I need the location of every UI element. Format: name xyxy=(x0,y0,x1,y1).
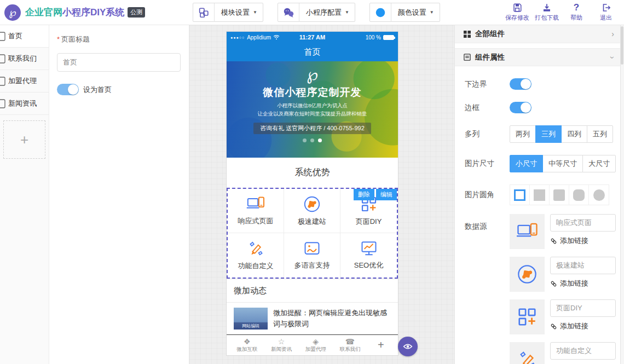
radius-option-rounded[interactable] xyxy=(550,185,569,205)
advantage-item-multilang[interactable]: 多语言支持 xyxy=(284,233,340,278)
carousel-dot[interactable] xyxy=(303,138,307,142)
responsive-icon xyxy=(510,214,545,249)
bottom-border-toggle[interactable] xyxy=(510,78,531,90)
add-page-button[interactable]: + xyxy=(3,120,45,159)
preview-eye-button[interactable] xyxy=(398,337,418,356)
sidebar-item-home[interactable]: 首页 xyxy=(0,25,49,48)
tab-add-button[interactable]: + xyxy=(367,339,395,351)
data-source-label: 数据源 xyxy=(465,222,510,364)
columns-option-5[interactable]: 五列 xyxy=(587,125,613,143)
add-link-label: 添加链接 xyxy=(560,321,588,331)
add-link-button[interactable]: 添加链接 xyxy=(550,279,616,288)
inspector-panel: 全部组件 › 组件属性 › 下边界 边框 多列 两列 xyxy=(454,25,624,364)
radius-option-sharp[interactable] xyxy=(530,185,550,205)
help-icon: ? xyxy=(574,3,579,13)
module-settings-button[interactable]: 模块设置 ▼ xyxy=(193,3,263,22)
image-size-large[interactable]: 大尺寸 xyxy=(582,155,616,172)
add-link-button[interactable]: 添加链接 xyxy=(550,321,616,331)
tab-weijia[interactable]: ❖ 微加互联 xyxy=(230,337,264,353)
carousel-dot[interactable] xyxy=(310,138,314,142)
link-icon xyxy=(550,238,557,245)
page-icon xyxy=(0,99,5,108)
tab-news[interactable]: ☆ 新闻资讯 xyxy=(264,337,299,353)
border-toggle[interactable] xyxy=(510,102,531,113)
help-label: 帮助 xyxy=(570,14,582,22)
image-size-segmented-control: 小尺寸 中等尺寸 大尺寸 xyxy=(510,155,616,172)
sidebar-item-contact[interactable]: 联系我们 xyxy=(0,48,49,70)
color-circle-icon xyxy=(370,3,391,21)
eye-icon xyxy=(403,343,413,350)
sidebar-item-label: 加盟代理 xyxy=(8,76,37,86)
battery-icon xyxy=(383,35,394,40)
miniprogram-config-button[interactable]: 小程序配置 ▼ xyxy=(278,3,355,22)
wechat-icon xyxy=(278,3,299,21)
image-radius-label: 图片圆角 xyxy=(465,190,510,200)
all-components-label: 全部组件 xyxy=(475,29,505,39)
image-size-row: 图片尺寸 小尺寸 中等尺寸 大尺寸 xyxy=(465,155,621,172)
advantage-item-label: 多语言支持 xyxy=(294,261,330,270)
set-homepage-label: 设为首页 xyxy=(83,85,112,95)
exit-button[interactable]: 退出 xyxy=(591,3,621,22)
image-size-small[interactable]: 小尺寸 xyxy=(510,155,543,172)
wifi-icon xyxy=(273,34,280,40)
selected-component-outline[interactable]: 删除 编辑 响应式页面 xyxy=(227,188,398,279)
tab-agency[interactable]: ◈ 加盟代理 xyxy=(298,337,333,353)
advantage-item-label: SEO优化 xyxy=(354,261,383,270)
data-source-rows: 添加链接 xyxy=(510,214,616,364)
advantage-item-custom[interactable]: 功能自定义 xyxy=(228,233,284,278)
columns-option-3[interactable]: 三列 xyxy=(535,125,562,143)
carousel-dot-active[interactable] xyxy=(318,138,322,142)
brand: ℘ 企业官网小程序DIY系统 公测 xyxy=(0,4,193,21)
list-icon xyxy=(464,54,471,61)
radius-option-circle[interactable] xyxy=(589,185,609,205)
data-source-section: 数据源 xyxy=(465,214,621,364)
phone-nav-title: 首页 xyxy=(304,47,321,57)
carousel-dots[interactable] xyxy=(227,138,398,142)
advantage-item-seo[interactable]: SEO优化 xyxy=(340,233,397,278)
component-props-bar[interactable]: 组件属性 › xyxy=(455,48,621,66)
page-title-input[interactable] xyxy=(57,53,181,72)
data-source-title-input[interactable] xyxy=(550,299,616,317)
hero-subtitle-1: 小程序以微信8亿用户为切入点 xyxy=(227,102,398,109)
radius-option-more-rounded[interactable] xyxy=(569,185,589,205)
radius-option-square-selected[interactable] xyxy=(510,185,530,205)
image-size-medium[interactable]: 中等尺寸 xyxy=(542,155,583,172)
columns-option-4[interactable]: 四列 xyxy=(561,125,587,143)
add-link-button[interactable]: 添加链接 xyxy=(550,236,616,246)
app-logo-icon: ℘ xyxy=(4,4,21,21)
download-button[interactable]: 打包下载 xyxy=(532,3,562,22)
phone-preview: ●●●○○ Applidium 11:27 AM 100 % 首页 ℘ xyxy=(226,31,398,356)
color-settings-button[interactable]: 颜色设置 ▼ xyxy=(369,3,440,22)
delete-component-button[interactable]: 删除 xyxy=(354,189,374,200)
chevron-right-icon: › xyxy=(611,30,614,38)
app-title-part2: 小程序DIY系统 xyxy=(62,7,124,18)
hero-banner[interactable]: ℘ 微信小程序定制开发 小程序以微信8亿用户为切入点 让企业以及商家在短时间里实… xyxy=(227,61,398,158)
advantage-item-responsive[interactable]: 响应式页面 xyxy=(228,189,284,233)
scrollbar-thumb[interactable] xyxy=(621,26,623,65)
advantage-grid: 响应式页面 xyxy=(228,189,397,278)
phone-nav-bar: 首页 xyxy=(227,43,398,61)
save-button[interactable]: 保存修改 xyxy=(502,3,532,22)
image-radius-options xyxy=(510,184,609,205)
inspector-scrollbar[interactable] xyxy=(620,25,624,364)
page-settings-panel: *页面标题 设为首页 xyxy=(49,25,189,364)
set-homepage-toggle[interactable] xyxy=(57,84,79,95)
phone-icon: ☎ xyxy=(345,337,355,346)
component-props-label: 组件属性 xyxy=(475,53,505,62)
tab-label: 联系我们 xyxy=(339,346,360,353)
data-source-title-input[interactable] xyxy=(550,214,616,232)
help-button[interactable]: ? 帮助 xyxy=(562,3,591,22)
news-item[interactable]: 网站编辑 微加提醒：网页编辑应避免出现敏感词与极限词 xyxy=(227,303,398,334)
columns-option-2[interactable]: 两列 xyxy=(510,125,536,143)
tab-contact[interactable]: ☎ 联系我们 xyxy=(333,337,367,353)
columns-row: 多列 两列 三列 四列 五列 xyxy=(465,125,621,143)
data-source-title-input[interactable] xyxy=(550,342,616,360)
sidebar-item-label: 首页 xyxy=(8,31,22,41)
sidebar-item-news[interactable]: 新闻资讯 xyxy=(0,93,49,115)
sidebar-item-agency[interactable]: 加盟代理 xyxy=(0,70,49,93)
advantage-item-speed[interactable]: 极速建站 xyxy=(284,189,340,233)
data-source-title-input[interactable] xyxy=(550,257,616,274)
all-components-bar[interactable]: 全部组件 › xyxy=(455,25,621,43)
seo-icon xyxy=(360,240,378,257)
edit-component-button[interactable]: 编辑 xyxy=(376,189,397,200)
